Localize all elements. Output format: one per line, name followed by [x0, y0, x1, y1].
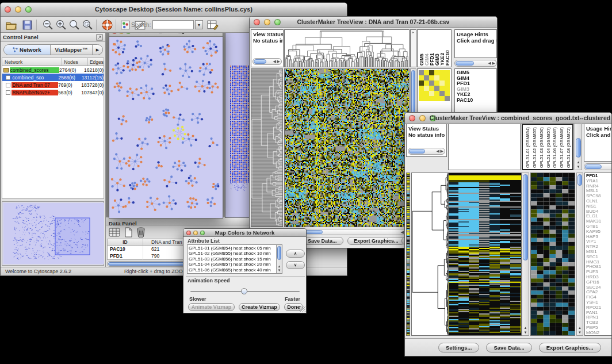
- tv2-status-scrollbar[interactable]: ◀▶: [408, 148, 445, 155]
- export-graphics-button[interactable]: Export Graphics...: [539, 343, 601, 352]
- attribute-list-item[interactable]: GPL51-02 (GSM855) heat shock 10 min: [189, 251, 276, 256]
- export-graphics-button[interactable]: Export Graphics...: [347, 237, 405, 245]
- close-button[interactable]: [409, 115, 415, 121]
- status-zoom-hint: Right-click + drag to ZOOM: [124, 269, 187, 274]
- attribute-list-item[interactable]: GPL51-06 (GSM865) heat shock 40 min: [189, 267, 276, 273]
- table-edit-icon[interactable]: [206, 19, 219, 31]
- tv2-labels-vscrollbar[interactable]: ▲▼: [575, 124, 582, 170]
- attribute-listbox[interactable]: GPL51-01 (GSM854) heat shock 05 minGPL51…: [187, 244, 282, 274]
- tv2-gene-labels[interactable]: PFD1YRA1RNR4MSL1SPC98CLN1NIS1BUD4ELG1MAK…: [584, 173, 612, 336]
- treeview1-titlebar[interactable]: ClusterMaker TreeView : DNA and Tran 07-…: [250, 17, 497, 28]
- tv2-heatmap-vscrollbar[interactable]: ▲▼: [522, 173, 529, 336]
- column-label[interactable]: GPL51-04 (GSM857): [545, 126, 552, 168]
- status-welcome: Welcome to Cytoscape 2.6.2: [5, 269, 71, 274]
- tv1-status-scrollbar[interactable]: ◀▶: [253, 58, 282, 65]
- tv2-row-dendrogram[interactable]: [411, 173, 448, 336]
- tv2-heatmap[interactable]: [448, 173, 522, 336]
- search-input[interactable]: [152, 20, 194, 29]
- attribute-list-item[interactable]: GPL51-01 (GSM854) heat shock 05 min: [189, 246, 276, 251]
- dialog-titlebar[interactable]: Map Colors to Network: [183, 229, 306, 237]
- tab-vizmapper[interactable]: VizMapper™: [51, 45, 93, 55]
- zoom-out-icon[interactable]: [42, 19, 54, 31]
- network1-view[interactable]: [109, 37, 223, 218]
- network-tree-row[interactable]: DNA and Tran 07769(0)183728(0): [2, 81, 104, 89]
- column-label[interactable]: GPL51-02 (GSM855): [531, 126, 538, 168]
- network1-titlebar[interactable]: combined_scores_good.txt--cluste...: [109, 33, 223, 37]
- save-data-button[interactable]: Save Data...: [486, 343, 531, 352]
- tv1-row-dendrogram[interactable]: [251, 68, 283, 227]
- column-label[interactable]: GPL51-07 (GSM868): [559, 126, 565, 168]
- tv1-column-dendrogram[interactable]: [284, 29, 410, 67]
- move-up-button[interactable]: ∧: [286, 250, 305, 258]
- similarity-cell: [419, 81, 424, 86]
- minimize-button[interactable]: [119, 33, 124, 34]
- resize-grip[interactable]: [299, 306, 305, 312]
- tv1-hints-scrollbar[interactable]: ◀▶: [454, 60, 497, 67]
- column-label[interactable]: YKE2: [439, 31, 445, 66]
- tv2-column-labels[interactable]: GPL51-01 (GSM854)GPL51-02 (GSM855)GPL51-…: [522, 124, 573, 170]
- col-header-nodes[interactable]: Nodes: [62, 58, 88, 66]
- dp-col-id[interactable]: ID: [108, 239, 143, 246]
- save-data-button[interactable]: Save Data...: [301, 237, 343, 245]
- tv2-detail-heatmap[interactable]: [530, 173, 575, 336]
- network-edges-count: 13112(15): [82, 75, 104, 81]
- column-label[interactable]: GIM3: [434, 31, 439, 66]
- gene-label[interactable]: PAC10: [457, 98, 496, 104]
- attribute-list-scrollbar[interactable]: ▲▼: [276, 245, 282, 273]
- zoom-selected-icon[interactable]: [82, 19, 94, 31]
- vizmapper-icon[interactable]: [120, 19, 131, 31]
- tv2-column-dendrogram[interactable]: [448, 124, 521, 170]
- treeview2-titlebar[interactable]: ClusterMaker TreeView : combined_scores_…: [405, 113, 612, 124]
- main-titlebar[interactable]: Cytoscape Desktop (Session Name: collins…: [1, 3, 347, 17]
- zoom-fit-icon[interactable]: [68, 19, 81, 31]
- zoom-in-icon[interactable]: [55, 19, 67, 31]
- folder-icon: [3, 68, 9, 72]
- tv2-detail-vscrollbar[interactable]: ▲▼: [576, 173, 583, 336]
- column-label[interactable]: PAC10: [445, 31, 450, 66]
- tv1-heatmap[interactable]: [284, 68, 410, 227]
- new-attribute-icon[interactable]: [123, 227, 133, 237]
- delete-attribute-icon[interactable]: [136, 227, 146, 237]
- slider-thumb[interactable]: [241, 288, 247, 294]
- move-down-button[interactable]: ∨: [286, 261, 305, 269]
- col-header-network[interactable]: Network: [2, 58, 62, 66]
- help-lifering-icon[interactable]: [101, 19, 113, 31]
- create-vizmap-button[interactable]: Create Vizmap: [239, 303, 280, 311]
- tab-network[interactable]: Network: [4, 45, 51, 55]
- attribute-list-item[interactable]: GPL51-04 (GSM857) heat shock 20 min: [189, 262, 276, 267]
- column-label[interactable]: GPL51-01 (GSM854): [525, 126, 531, 168]
- float-panel-icon[interactable]: [96, 34, 103, 41]
- similarity-cell: [424, 96, 429, 101]
- tv2-global-strip[interactable]: [406, 173, 410, 336]
- column-label[interactable]: GPL51-06 (GSM865): [552, 126, 559, 168]
- attribute-table-icon[interactable]: [109, 227, 120, 237]
- settings-button[interactable]: Settings...: [438, 343, 479, 352]
- network-tree-row[interactable]: combined_sco2569(6)13112(15): [2, 74, 104, 81]
- animate-vizmap-button[interactable]: Animate Vizmap: [188, 303, 235, 311]
- search-dropdown-arrow[interactable]: ▼: [195, 20, 203, 29]
- column-label[interactable]: GIM5: [419, 31, 424, 66]
- tv1-column-labels[interactable]: GIM5GIM4PFD1GIM3YKE2PAC10: [417, 29, 452, 67]
- birdseye-overview[interactable]: [3, 203, 104, 264]
- network-tree-row[interactable]: RNAPuberNov2+563(0)107847(0): [2, 89, 104, 96]
- column-label[interactable]: GPL51-08 (GSM872): [565, 126, 572, 168]
- save-icon[interactable]: [21, 19, 33, 31]
- animation-speed-slider[interactable]: [190, 288, 300, 295]
- network-tree-row[interactable]: combined_scores2764(0)16218(0): [2, 66, 104, 74]
- column-label[interactable]: GIM4: [424, 31, 429, 66]
- zoom-button[interactable]: [126, 33, 131, 34]
- similarity-cell: [434, 96, 439, 101]
- tab-overflow-button[interactable]: ▶: [93, 45, 102, 55]
- similarity-cell: [434, 70, 439, 75]
- attribute-list-item[interactable]: GPL51-03 (GSM856) heat shock 15 min: [189, 256, 276, 262]
- open-file-icon[interactable]: [5, 19, 17, 31]
- close-button[interactable]: [112, 33, 117, 34]
- column-label[interactable]: PFD1: [429, 31, 434, 66]
- col-header-edges[interactable]: Edges: [88, 58, 104, 66]
- tv1-similarity-matrix[interactable]: [419, 70, 450, 101]
- gene-label[interactable]: MON2: [586, 331, 612, 336]
- similarity-cell: [429, 81, 434, 86]
- column-label[interactable]: GPL51-03 (GSM856): [538, 126, 545, 168]
- attribute-list-item[interactable]: GPL51-07 (GSM868) heat shock 60 min: [189, 273, 276, 274]
- tv2-hints-scrollbar[interactable]: ◀▶: [584, 163, 612, 170]
